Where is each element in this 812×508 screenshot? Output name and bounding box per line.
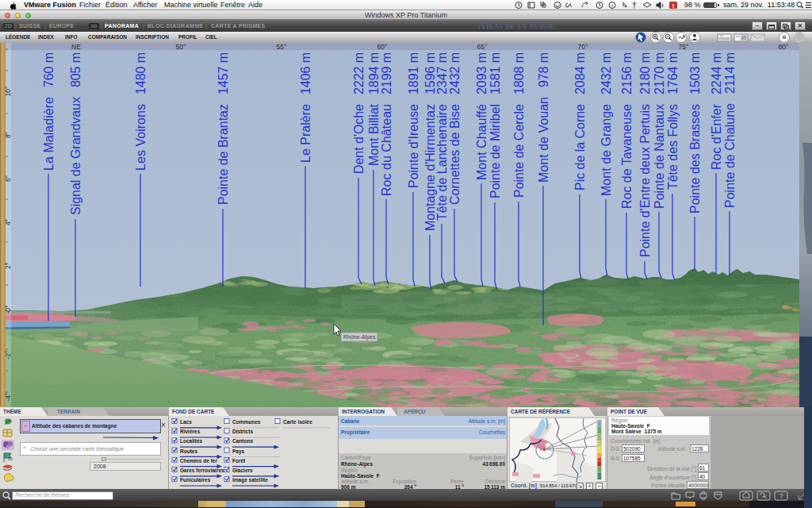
svg-text:Pointe des Brasses: Pointe des Brasses (688, 104, 702, 214)
svg-text:-2°: -2° (4, 351, 12, 360)
svg-text:Pointe de Brantaz: Pointe de Brantaz (216, 104, 230, 205)
svg-text:Roc de Tavaneuse: Roc de Tavaneuse (620, 104, 634, 209)
svg-text:1808 m: 1808 m (512, 52, 526, 94)
svg-text:Signal de Grandvaux: Signal de Grandvaux (69, 97, 82, 215)
svg-text:Pointe de Chalune: Pointe de Chalune (723, 103, 737, 208)
svg-text:1503 m: 1503 m (688, 52, 702, 94)
svg-text:◎: ◎ (796, 33, 803, 41)
svg-text:Pointe d'Entre deux Pertuis: Pointe d'Entre deux Pertuis (638, 104, 652, 257)
svg-text:«: « (782, 33, 787, 41)
svg-text:60°: 60° (377, 43, 388, 51)
svg-text:NE: NE (71, 43, 81, 51)
svg-text:Le Pralère: Le Pralère (299, 104, 312, 163)
svg-text:50°: 50° (176, 43, 186, 51)
svg-text:2°: 2° (4, 263, 12, 269)
svg-text:Dent d'Oche: Dent d'Oche (352, 104, 366, 174)
svg-text:Pointe de Cercle: Pointe de Cercle (512, 104, 526, 198)
svg-text:Pays: Pays (232, 448, 245, 455)
svg-text:Pointe d'Ireuse: Pointe d'Ireuse (407, 104, 420, 188)
svg-text:2114 m: 2114 m (723, 52, 737, 94)
svg-text:978 m: 978 m (537, 52, 550, 87)
svg-text:2432 m: 2432 m (599, 52, 613, 94)
svg-text:2180 m: 2180 m (638, 52, 652, 94)
svg-text:Pic de la Corne: Pic de la Corne (573, 104, 587, 190)
svg-text:Pointe de Miribel: Pointe de Miribel (488, 104, 502, 198)
svg-text:2093 m: 2093 m (475, 52, 488, 94)
svg-text:1581 m: 1581 m (488, 52, 502, 94)
svg-text:Mont Chauffé: Mont Chauffé (475, 104, 488, 180)
svg-text:65°: 65° (477, 43, 488, 51)
svg-text:La Maladière: La Maladière (42, 97, 56, 171)
svg-text:Glaciers: Glaciers (232, 468, 253, 473)
svg-text:!: ! (672, 2, 675, 10)
svg-text:Mont de Vouan: Mont de Vouan (537, 97, 550, 183)
svg-text:2222 m: 2222 m (352, 52, 366, 94)
svg-text:805 m: 805 m (69, 52, 82, 87)
svg-text:70°: 70° (578, 43, 588, 51)
svg-text:Cantons: Cantons (232, 438, 253, 444)
svg-text:1764 m: 1764 m (666, 52, 680, 94)
svg-text:2244 m: 2244 m (710, 52, 723, 94)
svg-text:Mont Billiat: Mont Billiat (367, 103, 381, 166)
svg-text:-0°: -0° (4, 306, 12, 314)
svg-text:Rhône-Alpes: Rhône-Alpes (343, 334, 376, 341)
svg-text:4°: 4° (4, 219, 12, 225)
svg-text:1891 m: 1891 m (407, 52, 420, 94)
svg-text:1406 m: 1406 m (299, 52, 312, 94)
svg-text:2170 m: 2170 m (653, 52, 666, 94)
svg-text:1894 m: 1894 m (367, 52, 381, 94)
svg-text:Funiculaires: Funiculaires (180, 477, 211, 483)
svg-text:80°: 80° (779, 43, 789, 51)
svg-text:75°: 75° (679, 43, 689, 51)
svg-text:2347 m: 2347 m (435, 52, 449, 94)
svg-text:?: ? (779, 492, 783, 500)
svg-text:Roc du Château: Roc du Château (380, 104, 393, 196)
svg-text:Routes: Routes (180, 448, 197, 454)
svg-text:2156 m: 2156 m (620, 52, 634, 94)
svg-text:Tête des Follys: Tête des Follys (666, 104, 680, 190)
svg-text:Gares ferroviaires: Gares ferroviaires (180, 468, 224, 473)
svg-text:Cornettes de Bise: Cornettes de Bise (448, 104, 462, 205)
svg-text:Image satellite: Image satellite (232, 477, 268, 483)
svg-text:2199 m: 2199 m (380, 52, 393, 94)
svg-text:Tête de Lanchenaire: Tête de Lanchenaire (435, 104, 449, 221)
svg-text:Les Voirons: Les Voirons (134, 104, 147, 171)
svg-text:1457 m: 1457 m (216, 52, 230, 94)
svg-text:2432 m: 2432 m (448, 52, 462, 94)
svg-text:-4°: -4° (4, 393, 12, 402)
svg-text:8°: 8° (4, 132, 12, 138)
svg-text:55°: 55° (277, 43, 287, 51)
svg-text:Pointe de Nantaux: Pointe de Nantaux (653, 104, 666, 209)
svg-text:Localités: Localités (180, 438, 203, 444)
svg-text:Roc d'Enfer: Roc d'Enfer (710, 103, 723, 170)
svg-text:Mont de Grange: Mont de Grange (599, 104, 613, 196)
svg-text:760 m: 760 m (42, 52, 56, 87)
svg-text:10°: 10° (4, 87, 12, 97)
svg-text:2084 m: 2084 m (573, 52, 587, 94)
svg-text:1480 m: 1480 m (134, 52, 147, 94)
svg-text:6°: 6° (4, 175, 12, 182)
